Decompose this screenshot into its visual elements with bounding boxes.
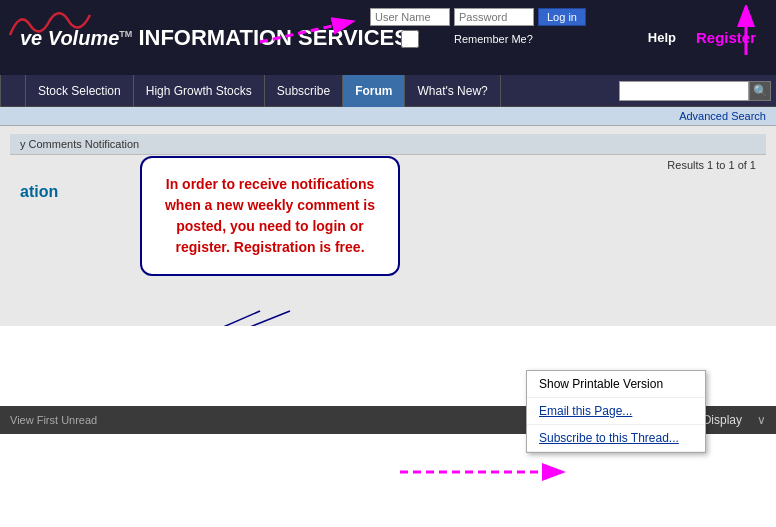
sidebar-item-home[interactable] [0, 75, 26, 107]
remember-me-row: Remember Me? [370, 30, 533, 48]
subscribe-arrow [390, 452, 590, 492]
advanced-search-bar: Advanced Search [0, 107, 776, 126]
help-link[interactable]: Help [648, 30, 676, 45]
svg-line-5 [165, 311, 290, 326]
display-button[interactable]: Display [703, 413, 742, 427]
register-link[interactable]: Register [696, 29, 756, 46]
logo-sub: INFORMATION SERVICES [138, 25, 409, 50]
advanced-search-link[interactable]: Advanced Search [679, 110, 766, 122]
login-button[interactable]: Log in [538, 8, 586, 26]
sidebar-item-stock-selection[interactable]: Stock Selection [26, 75, 134, 107]
dropdown-subscribe[interactable]: Subscribe to this Thread... [527, 425, 705, 452]
login-area: Log in Remember Me? [370, 8, 586, 48]
remember-me-label: Remember Me? [454, 33, 533, 45]
username-input[interactable] [370, 8, 450, 26]
email-page-link[interactable]: Email this Page... [539, 404, 632, 418]
header: ve VolumeTM INFORMATION SERVICES Log in … [0, 0, 776, 75]
breadcrumb: y Comments Notification [10, 134, 766, 155]
sidebar-item-whats-new[interactable]: What's New? [405, 75, 500, 107]
password-input[interactable] [454, 8, 534, 26]
dropdown-email[interactable]: Email this Page... [527, 398, 705, 425]
search-icon: 🔍 [753, 84, 768, 98]
display-chevron: ∨ [757, 413, 766, 427]
navbar: Stock Selection High Growth Stocks Subsc… [0, 75, 776, 107]
search-box-area: 🔍 [619, 81, 776, 101]
header-right: Help Register [648, 29, 766, 46]
subscribe-thread-link[interactable]: Subscribe to this Thread... [539, 431, 679, 445]
dropdown-printable[interactable]: Show Printable Version [527, 371, 705, 398]
logo-tm: TM [119, 28, 132, 38]
svg-line-4 [145, 311, 260, 326]
content-area: y Comments Notification Results 1 to 1 o… [0, 126, 776, 326]
remember-me-checkbox[interactable] [370, 30, 450, 48]
nav-search-input[interactable] [619, 81, 749, 101]
sidebar-item-subscribe[interactable]: Subscribe [265, 75, 343, 107]
view-first-unread[interactable]: View First Unread [10, 414, 97, 426]
tooltip-box: In order to receive notifications when a… [140, 156, 400, 276]
sidebar-item-high-growth[interactable]: High Growth Stocks [134, 75, 265, 107]
thread-tools-dropdown: Show Printable Version Email this Page..… [526, 370, 706, 453]
sidebar-item-forum[interactable]: Forum [343, 75, 405, 107]
nav-search-button[interactable]: 🔍 [749, 81, 771, 101]
logo-wave-decoration [5, 5, 105, 45]
login-row: Log in [370, 8, 586, 26]
